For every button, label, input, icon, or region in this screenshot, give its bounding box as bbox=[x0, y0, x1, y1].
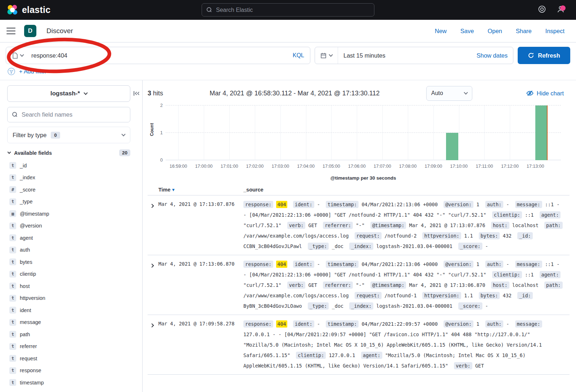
field-name: message bbox=[20, 319, 41, 325]
histogram-bar[interactable] bbox=[446, 133, 458, 160]
share-button[interactable]: Share bbox=[516, 28, 532, 35]
number-field-type-icon: # bbox=[9, 186, 16, 193]
interval-select[interactable]: Auto bbox=[426, 86, 472, 101]
vertical-gridline bbox=[382, 105, 383, 160]
x-axis-title: @timestamp per 30 seconds bbox=[166, 175, 561, 181]
expand-row-button[interactable] bbox=[148, 259, 158, 269]
y-tick-label: 1 bbox=[153, 130, 163, 135]
field-value: 1 bbox=[476, 261, 479, 267]
x-tick-label: 17:02:00 bbox=[246, 164, 264, 169]
collapse-sidebar-button[interactable] bbox=[133, 90, 140, 98]
field-item-clientip[interactable]: tclientip bbox=[7, 268, 142, 280]
field-value: 1.1 bbox=[464, 233, 473, 239]
field-key: _score: bbox=[458, 243, 482, 250]
field-item-auth[interactable]: tauth bbox=[7, 244, 142, 256]
available-fields-toggle[interactable]: Available fields 20 bbox=[8, 149, 130, 156]
field-item-httpversion[interactable]: thttpversion bbox=[7, 292, 142, 305]
index-pattern-selector[interactable]: logstash-* bbox=[7, 85, 130, 102]
x-tick-label: 17:00:00 bbox=[195, 164, 213, 169]
field-item-response[interactable]: tresponse bbox=[7, 365, 142, 377]
query-input[interactable]: response:404 bbox=[29, 52, 287, 59]
vertical-gridline bbox=[433, 105, 434, 160]
expand-row-button[interactable] bbox=[148, 319, 158, 328]
elastic-brand[interactable]: elastic bbox=[6, 4, 50, 16]
field-item-timestamp[interactable]: ttimestamp bbox=[7, 377, 142, 389]
field-search-placeholder: Search field names bbox=[22, 111, 72, 118]
open-button[interactable]: Open bbox=[487, 28, 502, 35]
chevron-down-icon bbox=[84, 91, 87, 95]
field-value: _doc bbox=[332, 243, 344, 249]
expand-row-button[interactable] bbox=[148, 199, 158, 209]
field-item-@version[interactable]: t@version bbox=[7, 220, 142, 232]
field-item-_id[interactable]: t_id bbox=[7, 159, 142, 172]
saved-query-menu-button[interactable] bbox=[6, 47, 29, 64]
field-value: - bbox=[485, 303, 488, 309]
filter-by-type-toggle[interactable]: Filter by type 0 bbox=[7, 127, 130, 143]
add-filter-button[interactable]: + Add filter bbox=[19, 68, 46, 75]
field-item-message[interactable]: tmessage bbox=[7, 316, 142, 329]
hide-chart-button[interactable]: Hide chart bbox=[526, 90, 564, 97]
field-value: /var/www/example.com/logs/access.log bbox=[243, 293, 349, 298]
string-field-type-icon: t bbox=[9, 295, 16, 302]
field-key: auth: bbox=[485, 261, 504, 268]
field-key: message: bbox=[515, 201, 542, 208]
refresh-button[interactable]: Refresh bbox=[518, 47, 570, 64]
field-item-ident[interactable]: tident bbox=[7, 304, 142, 316]
query-bar: response:404 KQL bbox=[6, 47, 310, 64]
chevron-right-icon bbox=[150, 204, 154, 208]
string-field-type-icon: t bbox=[9, 331, 16, 338]
field-item-path[interactable]: tpath bbox=[7, 328, 142, 341]
field-key: host: bbox=[491, 222, 509, 229]
doc-table: Time ▾ _source Mar 4, 2021 @ 17:13:07.87… bbox=[148, 187, 570, 375]
x-tick-label: 17:03:00 bbox=[271, 164, 289, 169]
date-picker: Last 15 minutes Show dates bbox=[315, 47, 513, 64]
field-item-bytes[interactable]: tbytes bbox=[7, 256, 142, 268]
field-item-host[interactable]: thost bbox=[7, 280, 142, 292]
field-item-_score[interactable]: #_score bbox=[7, 184, 142, 196]
kql-button[interactable]: KQL bbox=[287, 52, 310, 59]
field-key: path: bbox=[544, 222, 563, 229]
field-name: _index bbox=[20, 175, 35, 180]
time-range-button[interactable]: Last 15 minutes bbox=[338, 52, 385, 59]
field-list: t_idt_index#_scoret_type▦@timestampt@ver… bbox=[7, 159, 142, 389]
menu-hamburger-button[interactable] bbox=[6, 28, 15, 35]
time-column-header[interactable]: Time ▾ bbox=[158, 187, 243, 193]
inspect-button[interactable]: Inspect bbox=[545, 28, 564, 35]
user-menu[interactable] bbox=[556, 5, 565, 15]
date-quick-menu-button[interactable] bbox=[315, 47, 338, 64]
field-item-@timestamp[interactable]: ▦@timestamp bbox=[7, 208, 142, 220]
save-button[interactable]: Save bbox=[460, 28, 474, 35]
results-header: 3 hits Mar 4, 2021 @ 16:58:30.112 - Mar … bbox=[148, 85, 570, 101]
field-name: timestamp bbox=[20, 380, 44, 386]
field-key: ident: bbox=[293, 320, 314, 328]
global-search-input[interactable]: Search Elastic bbox=[202, 3, 374, 17]
chevron-right-icon bbox=[150, 323, 154, 327]
field-item-_index[interactable]: t_index bbox=[7, 172, 142, 184]
elastic-logo-icon bbox=[6, 4, 18, 16]
filter-icon[interactable] bbox=[7, 67, 15, 76]
chart-xticks: 16:59:0017:00:0017:01:0017:02:0017:03:00… bbox=[166, 164, 561, 170]
horizontal-gridline bbox=[166, 132, 561, 133]
field-value: GET bbox=[475, 363, 484, 369]
field-value: "-" bbox=[356, 282, 364, 288]
histogram-bar[interactable] bbox=[535, 105, 547, 160]
filter-bar: + Add filter bbox=[6, 64, 570, 80]
chevron-down-icon bbox=[329, 53, 333, 57]
field-search-input[interactable]: Search field names bbox=[7, 107, 130, 122]
filter-by-type-count: 0 bbox=[51, 132, 60, 139]
string-field-type-icon: t bbox=[9, 367, 16, 374]
show-dates-button[interactable]: Show dates bbox=[477, 52, 513, 59]
help-icon[interactable] bbox=[538, 5, 546, 15]
field-key: message: bbox=[515, 320, 542, 328]
field-key: agent: bbox=[540, 271, 561, 278]
field-item-referrer[interactable]: treferrer bbox=[7, 341, 142, 353]
string-field-type-icon: t bbox=[9, 379, 16, 386]
new-button[interactable]: New bbox=[435, 28, 447, 35]
field-item-agent[interactable]: tagent bbox=[7, 232, 142, 244]
field-item-_type[interactable]: t_type bbox=[7, 196, 142, 208]
field-item-request[interactable]: trequest bbox=[7, 352, 142, 365]
field-name: _id bbox=[20, 163, 27, 168]
horizontal-gridline bbox=[166, 105, 561, 105]
field-value: 127.0.0.1 bbox=[329, 352, 355, 358]
time-cell: Mar 4, 2021 @ 17:13:06.870 bbox=[158, 259, 243, 267]
